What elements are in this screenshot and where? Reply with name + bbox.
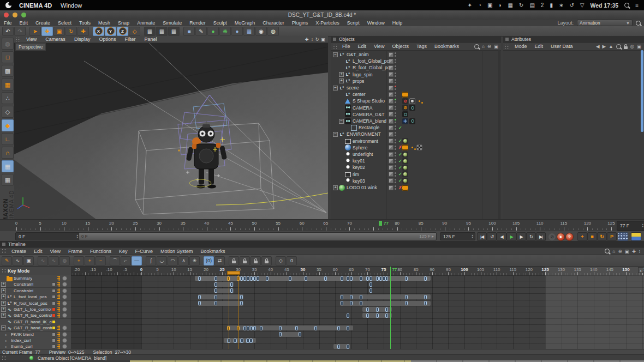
scale-button[interactable]: ▣	[53, 27, 65, 36]
apple-menu-icon[interactable]	[5, 2, 11, 8]
track-name[interactable]: G&T_R_toe_control	[14, 313, 52, 318]
keyframe[interactable]	[383, 276, 385, 281]
display-tag-icon[interactable]	[409, 98, 415, 104]
track-circle-toggle[interactable]	[62, 294, 67, 299]
timeline-menu-bookmarks[interactable]: Bookmarks	[197, 249, 229, 254]
timeline-title[interactable]: Timeline	[0, 241, 644, 248]
light-button[interactable]: ◍	[267, 27, 279, 36]
toggle-view-icon[interactable]: ▣	[321, 37, 325, 42]
track-name[interactable]: L_foot_local_pos	[14, 294, 47, 299]
layer-toggle[interactable]	[389, 145, 393, 150]
dots-orange-tag-icon[interactable]	[409, 144, 415, 150]
snap-magnet-button[interactable]: ∩	[2, 147, 14, 159]
object-name[interactable]: CAMERA	[353, 105, 372, 111]
delete-key-button[interactable]: −	[96, 256, 106, 266]
menu-mograph[interactable]: MoGraph	[231, 20, 259, 26]
mograph-button[interactable]: ❋	[219, 27, 231, 36]
drag-grip-icon[interactable]	[2, 269, 7, 274]
keyframe[interactable]	[347, 326, 349, 330]
object-row-sphere[interactable]: Sphere✗	[331, 144, 501, 151]
objects-menu-objects[interactable]: Objects	[388, 44, 413, 49]
track-row-fk-ik-blend[interactable]: ▸FK/IK blend	[0, 331, 71, 338]
autokeying-button[interactable]: ●	[557, 233, 565, 241]
disabled-cross-icon[interactable]: ✗	[398, 145, 402, 150]
enabled-check-icon[interactable]: ✓	[398, 152, 402, 157]
menu-x-particles[interactable]: X-Particles	[312, 20, 343, 26]
chat-icon[interactable]: ◗	[499, 2, 502, 8]
drag-grip-icon[interactable]	[2, 249, 7, 254]
keyframe[interactable]	[240, 276, 243, 281]
menu-select[interactable]: Select	[54, 20, 75, 26]
floor-grid-button[interactable]: ▦	[243, 27, 255, 36]
expand-icon[interactable]: +	[1, 282, 6, 287]
keyframe[interactable]	[369, 276, 372, 281]
keyframe[interactable]	[424, 276, 427, 281]
track-row-r-foot-local-pos[interactable]: +L°R_foot_local_pos	[0, 300, 71, 307]
object-row-props[interactable]: +L°props	[331, 78, 501, 85]
tangent-break-button[interactable]: ✳	[189, 256, 200, 266]
lock-icon[interactable]	[624, 46, 628, 49]
keyframe[interactable]	[257, 276, 259, 281]
keyframe-selection-help-button[interactable]: ?	[565, 233, 574, 241]
menu-tools[interactable]: Tools	[75, 20, 94, 26]
record-parameters-button[interactable]: P	[607, 232, 617, 241]
viewport-menu-cameras[interactable]: Cameras	[41, 37, 70, 42]
scale-icon[interactable]: ↕	[639, 249, 641, 254]
keyframe[interactable]	[366, 307, 369, 312]
keyframe[interactable]	[366, 313, 369, 318]
attributes-panel-title[interactable]: Attributes	[503, 36, 644, 43]
frame-value-field[interactable]: 0 F ▲▼	[15, 232, 80, 240]
object-row-camera[interactable]: CAMERA⊘	[331, 105, 501, 111]
track-color-swatch[interactable]	[52, 313, 56, 317]
keyframe[interactable]	[198, 295, 201, 299]
visibility-dots[interactable]	[395, 185, 396, 190]
object-row-g-t-anim[interactable]: −L°G&T_anim	[331, 51, 501, 58]
keyframe[interactable]	[347, 313, 349, 318]
menu-window[interactable]: Window	[363, 20, 389, 26]
keyframe[interactable]	[369, 282, 372, 287]
screen-record-icon[interactable]: ▦	[508, 2, 513, 8]
layer-toggle[interactable]	[389, 125, 393, 130]
keyframe[interactable]	[350, 295, 353, 299]
render-view-button[interactable]: ▦	[144, 27, 156, 36]
track-key-dots[interactable]	[57, 325, 60, 330]
keyframe[interactable]	[337, 345, 340, 349]
track-name[interactable]: FK/IK blend	[11, 332, 34, 337]
track-key-dots[interactable]	[57, 288, 60, 293]
track-clip-bar[interactable]	[198, 301, 243, 306]
keyframe[interactable]	[350, 301, 353, 305]
keyframe[interactable]	[214, 288, 217, 293]
record-disabled-button[interactable]: ⊘	[548, 233, 556, 241]
track-row-summary[interactable]: Summary	[0, 275, 71, 282]
timeline-menu-frame[interactable]: Frame	[64, 249, 86, 254]
render-picture-viewer-button[interactable]: ▦	[156, 27, 168, 36]
keyframe[interactable]	[243, 326, 246, 330]
drag-grip-icon[interactable]	[16, 37, 21, 42]
layer-toggle[interactable]	[389, 79, 393, 83]
keyframe[interactable]	[347, 345, 349, 349]
display-icon[interactable]: ▣	[487, 2, 492, 8]
visibility-dots[interactable]	[395, 146, 396, 150]
keyframe[interactable]	[324, 276, 327, 281]
visibility-dots[interactable]	[395, 65, 396, 70]
layer-toggle[interactable]	[389, 152, 393, 157]
keyframe[interactable]	[289, 276, 291, 281]
target-tag-icon[interactable]: ✛	[402, 118, 408, 124]
objects-menu-view[interactable]: View	[370, 44, 388, 49]
keyframe[interactable]	[240, 301, 243, 305]
panel-menu-icon[interactable]	[505, 38, 509, 41]
layer-toggle[interactable]	[389, 172, 393, 177]
keyframe[interactable]	[360, 276, 362, 281]
record-scale-button[interactable]: ■	[587, 232, 597, 241]
keyframe[interactable]	[247, 276, 249, 281]
viewport-menu-view[interactable]: View	[22, 37, 41, 42]
keyframe[interactable]	[366, 276, 369, 281]
visibility-dots[interactable]	[395, 112, 396, 117]
keyframe[interactable]	[247, 326, 249, 330]
enabled-check-icon[interactable]: ✓	[398, 172, 402, 177]
menu-help[interactable]: Help	[389, 20, 407, 26]
layer-toggle[interactable]	[389, 132, 393, 137]
menu-animate[interactable]: Animate	[133, 20, 159, 26]
panel-menu-icon[interactable]	[333, 38, 336, 41]
render-settings-button[interactable]: ▦	[168, 27, 180, 36]
